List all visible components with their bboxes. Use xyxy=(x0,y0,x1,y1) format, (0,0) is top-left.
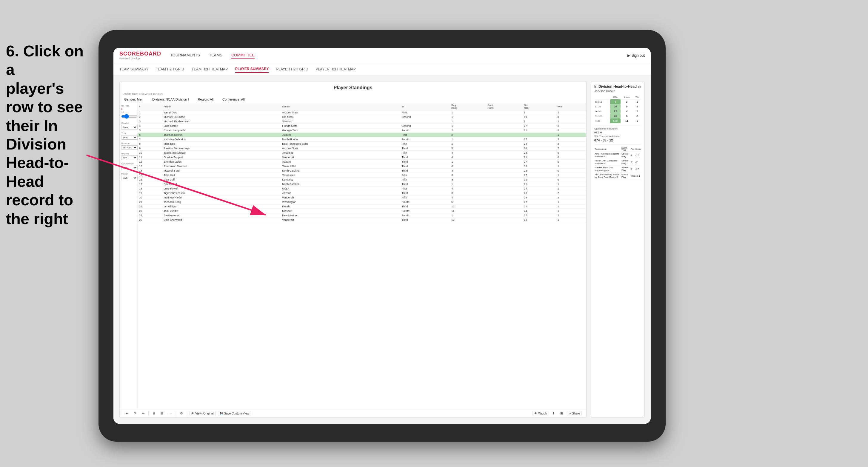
h2h-close-button[interactable]: ⊗ xyxy=(638,85,642,89)
tab-team-summary[interactable]: TEAM SUMMARY xyxy=(119,66,149,72)
table-row[interactable]: 4 Luke Claton Florida State Second 1 27 … xyxy=(137,124,586,128)
table-row[interactable]: 5 Christo Lamprecht Georgia Tech Fourth … xyxy=(137,128,586,133)
view-original-button[interactable]: 👁 View: Original xyxy=(190,411,216,416)
tab-player-summary[interactable]: PLAYER SUMMARY xyxy=(235,66,269,73)
cell-num: 22 xyxy=(137,205,162,209)
cell-player: Brendan Valles xyxy=(162,160,281,164)
cell-yr: Fourth xyxy=(400,137,450,142)
forward-button[interactable]: ↪ xyxy=(140,411,146,416)
cell-no-rds: 27 xyxy=(522,137,556,142)
tab-player-h2h-heatmap[interactable]: PLAYER H2H HEATMAP xyxy=(316,66,356,72)
save-custom-button[interactable]: 💾 Save Custom View xyxy=(218,411,251,416)
cell-no-rds: 23 xyxy=(522,191,556,195)
cell-conf-rank xyxy=(486,173,523,178)
table-row[interactable]: 13 Phichakun Maichon Texas A&M Third 6 3… xyxy=(137,164,586,168)
cell-win: 0 xyxy=(556,168,586,173)
conference-select[interactable]: (All) xyxy=(121,166,137,170)
cell-num: 6 xyxy=(137,133,162,137)
table-row[interactable]: 18 Luke Powell UCLA First 4 24 1 xyxy=(137,187,586,191)
player-select[interactable]: (All) xyxy=(121,176,137,180)
h2h-tournaments-table: Tournament Event Type Pos Score Amer Ari… xyxy=(594,146,642,179)
filter-no-rds-subtext: 11 xyxy=(121,111,136,113)
cell-school: Arizona State xyxy=(281,111,400,115)
col-header-reg-rank: RegRank xyxy=(450,103,486,111)
cell-reg-rank: 10 xyxy=(450,205,486,209)
download-button[interactable]: ⬇ xyxy=(551,411,556,416)
gender-select[interactable]: Men xyxy=(121,125,137,129)
table-row[interactable]: 22 Ian Gilligan Florida Third 10 24 1 xyxy=(137,205,586,209)
nav-item-teams[interactable]: TEAMS xyxy=(209,52,222,59)
watch-button[interactable]: 👁 Watch xyxy=(532,411,548,416)
table-row[interactable]: 3 Michael Thorbjornsen Stanford 1 8 1 xyxy=(137,119,586,124)
h2h-row-win: 46 xyxy=(610,114,621,119)
nav-bar: SCOREBOARD Powered by clippi TOURNAMENTS… xyxy=(114,48,651,63)
table-row[interactable]: 8 Mats Ege East Tennessee State Fifth 1 … xyxy=(137,142,586,146)
grid-button[interactable]: ⊞ xyxy=(559,411,564,416)
copy-button[interactable]: ⊕ xyxy=(151,411,157,416)
h2h-row: 11-25 20 9 5 xyxy=(594,104,642,109)
table-row[interactable]: 17 David Ford North Carolina Third 1 21 … xyxy=(137,182,586,187)
region-select[interactable]: N/A xyxy=(121,155,137,160)
h2h-player-name: Jackson Koivun xyxy=(594,90,642,93)
settings-button[interactable]: ⚙ xyxy=(179,411,184,416)
cell-no-rds: 24 xyxy=(522,209,556,213)
table-row[interactable]: 9 Preston Summerhays Arizona State Third… xyxy=(137,146,586,151)
table-row[interactable]: 19 Tiger Christensen Arizona Third 8 23 … xyxy=(137,191,586,195)
tournament-type: Match Play xyxy=(621,173,630,179)
cell-yr: Fourth xyxy=(400,213,450,218)
no-rds-slider[interactable] xyxy=(121,114,137,119)
table-row[interactable]: 12 Brendan Valles Auburn Third 1 27 0 xyxy=(137,160,586,164)
cell-num: 19 xyxy=(137,191,162,195)
h2h-row: Top 10 8 3 2 xyxy=(594,99,642,104)
table-row[interactable]: 21 Taehoon Song Washington Fourth 6 22 1 xyxy=(137,200,586,205)
cell-win: 1 xyxy=(556,119,586,124)
table-row[interactable]: 20 Matthew Riedel Vanderbilt Fifth 4 28 … xyxy=(137,195,586,200)
filter-division: Division: NCAA Division I xyxy=(152,98,189,101)
cell-school: Arkansas xyxy=(281,151,400,155)
nav-item-committee[interactable]: COMMITTEE xyxy=(231,52,255,59)
h2h-row-win: 8 xyxy=(610,99,621,104)
nav-item-tournaments[interactable]: TOURNAMENTS xyxy=(170,52,200,59)
table-row[interactable]: 23 Jack Lundin Missouri Fourth 11 24 1 xyxy=(137,209,586,213)
table-row[interactable]: 7 Nicholas Gabrelcik North Florida Fourt… xyxy=(137,137,586,142)
cell-num: 3 xyxy=(137,119,162,124)
table-row[interactable]: 6 Jackson Koivun Auburn First 2 1 xyxy=(137,133,586,137)
cell-reg-rank: 3 xyxy=(450,173,486,178)
table-row[interactable]: 16 Alex Goff Kentucky Fifth 8 19 0 xyxy=(137,178,586,182)
cell-school: Tennessee xyxy=(281,173,400,178)
eye-icon: 👁 xyxy=(191,412,194,415)
table-row[interactable]: 10 Jacob Mac Diesse Arkansas Fifth 4 23 … xyxy=(137,151,586,155)
more-button[interactable]: ⋯ xyxy=(167,411,174,416)
sign-out-button[interactable]: ▶ Sign out xyxy=(627,54,645,58)
cell-conf-rank xyxy=(486,133,523,137)
cell-conf-rank xyxy=(486,200,523,205)
cell-no-rds: 23 xyxy=(522,218,556,222)
table-row[interactable]: 14 Maxwell Ford North Carolina Third 3 2… xyxy=(137,168,586,173)
undo-button[interactable]: ↩ xyxy=(124,411,130,416)
cell-no-rds: 27 xyxy=(522,173,556,178)
cell-school: Arizona State xyxy=(281,146,400,151)
tab-team-h2h-heatmap[interactable]: TEAM H2H HEATMAP xyxy=(192,66,228,72)
table-row[interactable]: 11 Gordon Sargent Vanderbilt Third 4 21 … xyxy=(137,155,586,160)
cell-no-rds: 24 xyxy=(522,146,556,151)
redo-button[interactable]: ⟳ xyxy=(132,411,138,416)
table-row[interactable]: 15 Jake Hall Tennessee Fifth 3 27 1 xyxy=(137,173,586,178)
filter-no-rds: No Rds. 6 11 xyxy=(121,104,136,119)
table-row[interactable]: 24 Bastian Amat New Mexico Fourth 1 27 2 xyxy=(137,213,586,218)
table-row[interactable]: 2 Michael La Sasse Ole Miss Second 1 18 … xyxy=(137,115,586,119)
cell-win: 2 xyxy=(556,137,586,142)
year-select[interactable]: (All) xyxy=(121,135,137,139)
table-row[interactable]: 1 Wenyi Ding Arizona State First 1 8 1 xyxy=(137,111,586,115)
tab-player-h2h-grid[interactable]: PLAYER H2H GRID xyxy=(276,66,308,72)
division-select[interactable]: NCAA Division I xyxy=(121,145,137,150)
cell-conf-rank xyxy=(486,187,523,191)
cell-conf-rank xyxy=(486,151,523,155)
table-row[interactable]: 25 Cole Sherwood Vanderbilt Third 12 23 … xyxy=(137,218,586,222)
share-button[interactable]: ↗ Share xyxy=(567,411,582,416)
paste-button[interactable]: ⊞ xyxy=(159,411,165,416)
main-content: Player Standings Update time: 27/03/2024… xyxy=(114,75,651,424)
cell-school: North Carolina xyxy=(281,168,400,173)
cell-player: Gordon Sargent xyxy=(162,155,281,160)
cell-num: 21 xyxy=(137,200,162,205)
tab-team-h2h-grid[interactable]: TEAM H2H GRID xyxy=(156,66,184,72)
